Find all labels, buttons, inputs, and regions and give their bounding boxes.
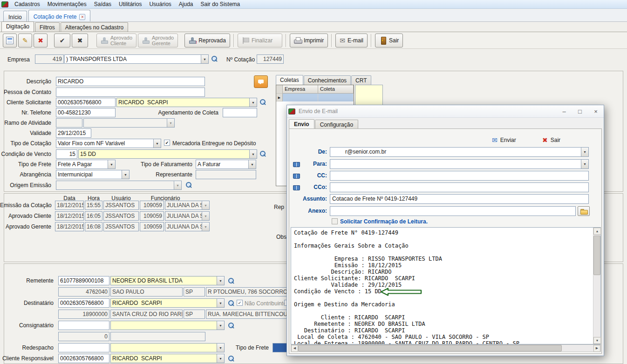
- cc-field[interactable]: [330, 171, 589, 181]
- finalizar-button[interactable]: Finalizar: [238, 34, 282, 47]
- emissao-data-field[interactable]: 18/12/2015: [55, 201, 84, 210]
- cancel-button[interactable]: ✖: [72, 34, 88, 47]
- col-header-empresa[interactable]: Empresa: [283, 85, 318, 94]
- email-button[interactable]: ✉ E-mail: [335, 34, 368, 47]
- scroll-left-icon[interactable]: ◀: [291, 345, 298, 352]
- vertical-scrollbar[interactable]: ▲ ▼: [593, 228, 600, 344]
- cliente-solicitante-code-field[interactable]: 00026305766800: [56, 98, 116, 107]
- aprovado-gerente-func-combo[interactable]: JULIANA DA SILVA S ▼: [165, 222, 210, 231]
- scrollbar-thumb[interactable]: [298, 345, 562, 351]
- grid-cell[interactable]: [318, 94, 354, 101]
- chevron-down-icon[interactable]: ▼: [108, 160, 115, 169]
- minimize-icon[interactable]: –: [556, 105, 572, 117]
- enviar-button[interactable]: ✉ Enviar: [492, 135, 516, 145]
- chevron-down-icon[interactable]: ▼: [122, 170, 129, 179]
- scrollbar-thumb[interactable]: [593, 236, 600, 275]
- chevron-down-icon[interactable]: ▼: [248, 160, 256, 169]
- aprovado-cliente-data-field[interactable]: 18/12/2015: [55, 211, 84, 221]
- aprovado-cliente-button[interactable]: AprovadoCliente: [96, 34, 136, 47]
- cotacao-numero-field[interactable]: 127449: [257, 54, 284, 64]
- imprimir-button[interactable]: Imprimir: [290, 34, 328, 47]
- maximize-icon[interactable]: □: [572, 105, 588, 117]
- email-body-area[interactable]: Cotação de Frete N° 0419-127449 Informaç…: [291, 227, 601, 344]
- pessoa-contato-field[interactable]: [56, 88, 205, 97]
- destinatario-uf-field[interactable]: SP: [184, 310, 205, 319]
- destinatario-combo[interactable]: RICARDO SCARPI ▼: [110, 298, 225, 308]
- chevron-down-icon[interactable]: ▼: [202, 201, 209, 209]
- menu-cadastros[interactable]: Cadastros: [11, 0, 44, 8]
- dialog-sair-button[interactable]: ✖ Sair: [542, 135, 560, 145]
- chevron-down-icon[interactable]: ▼: [581, 160, 588, 169]
- condicao-vencto-combo[interactable]: 15 DD ▼: [78, 149, 257, 159]
- nr-telefone-field[interactable]: 00-45821230: [56, 108, 116, 117]
- cliente-responsavel-combo[interactable]: RICARDO SCARPI ▼: [110, 354, 225, 363]
- row-selector-icon[interactable]: ▶: [276, 94, 283, 101]
- aprovado-gerente-func-code-field[interactable]: 109059: [140, 222, 164, 231]
- tab-inicio[interactable]: Início: [3, 11, 27, 21]
- col-header-coleta[interactable]: Coleta: [318, 85, 354, 94]
- menu-ajuda[interactable]: Ajuda: [175, 0, 197, 8]
- condicao-vencto-code-field[interactable]: 15: [56, 149, 77, 159]
- subtab-digitacao[interactable]: Digitação: [1, 21, 34, 32]
- tipo-cotacao-combo[interactable]: Valor Fixo com NF Variável ▼: [56, 139, 161, 148]
- redespacho-code-field[interactable]: [58, 343, 109, 352]
- remetente-search-icon[interactable]: [228, 277, 235, 284]
- ramo-code-field[interactable]: [56, 118, 82, 128]
- aprovado-gerente-hora-field[interactable]: 16:08: [85, 222, 102, 231]
- aprovado-cliente-hora-field[interactable]: 16:05: [85, 211, 102, 221]
- scroll-down-icon[interactable]: ▼: [593, 337, 601, 344]
- delete-button[interactable]: ✖: [34, 34, 48, 47]
- grid-cell[interactable]: [283, 94, 318, 101]
- aprovado-cliente-func-combo[interactable]: JULIANA DA SILVA S ▼: [165, 211, 210, 221]
- tab-crt[interactable]: CRT: [351, 75, 371, 85]
- sair-button[interactable]: Sair: [375, 34, 403, 47]
- aprovado-gerente-button[interactable]: AprovadoGerente: [138, 34, 178, 47]
- attach-file-button[interactable]: [578, 206, 590, 216]
- chevron-down-icon[interactable]: ▼: [217, 321, 224, 330]
- ramo-combo[interactable]: ▼: [83, 118, 175, 128]
- subtab-alteracoes[interactable]: Alterações no Cadastro: [61, 22, 128, 32]
- remetente-code-field[interactable]: 61077889000108: [58, 276, 109, 285]
- descricao-field[interactable]: RICARDO: [56, 77, 205, 86]
- consignatario-combo[interactable]: ▼: [110, 321, 225, 330]
- tipo-faturamento-combo[interactable]: A Faturar ▼: [196, 160, 256, 169]
- emissao-hora-field[interactable]: 15:55: [85, 201, 102, 210]
- dialog-title-bar[interactable]: Envio de E-mail – □ ×: [287, 105, 604, 118]
- cliente-responsavel-code-field[interactable]: 00026305766800: [58, 354, 109, 363]
- chevron-down-icon[interactable]: ▼: [202, 222, 209, 231]
- reprovada-button[interactable]: ✖ Reprovada: [184, 34, 230, 47]
- edit-button[interactable]: ✎: [18, 34, 32, 47]
- agendamento-field[interactable]: [223, 108, 257, 117]
- cliente-responsavel-search-icon[interactable]: [228, 355, 235, 362]
- abrangencia-combo[interactable]: Intermunicipal ▼: [56, 170, 129, 179]
- cco-field[interactable]: [330, 182, 589, 192]
- validade-field[interactable]: 29/12/2015: [56, 128, 91, 138]
- close-icon[interactable]: ×: [588, 105, 604, 117]
- cliente-solicitante-combo[interactable]: RICARDO SCARPI ▼: [116, 98, 257, 107]
- mercadoria-deposito-checkbox[interactable]: ✔: [164, 140, 170, 146]
- quote-message-button[interactable]: [254, 75, 268, 88]
- remetente-combo[interactable]: NEOREX DO BRASIL LTDA ▼: [110, 276, 225, 285]
- aprovado-gerente-data-field[interactable]: 18/12/2015: [55, 222, 84, 231]
- chevron-down-icon[interactable]: ▼: [249, 150, 257, 158]
- menu-sair-do-sistema[interactable]: Sair do Sistema: [197, 0, 244, 8]
- tab-cotacao-de-frete[interactable]: Cotação de Frete ×: [28, 10, 91, 21]
- remetente-cep-field[interactable]: 4762040: [58, 287, 109, 297]
- origem-emissao-search-icon[interactable]: [185, 182, 192, 189]
- chevron-down-icon[interactable]: ▼: [581, 148, 588, 156]
- scroll-up-icon[interactable]: ▲: [593, 228, 601, 235]
- menu-usuarios[interactable]: Usuários: [145, 0, 175, 8]
- consignatario-search-icon[interactable]: [228, 322, 235, 329]
- remetente-uf-field[interactable]: SP: [184, 287, 205, 297]
- assunto-field[interactable]: Cotacao de Frete Nº 0419-127449: [330, 194, 589, 204]
- nao-contribuinte-checkbox[interactable]: ✔: [237, 300, 243, 306]
- tipo-frete-combo[interactable]: Frete A Pagar ▼: [56, 160, 116, 169]
- horizontal-scrollbar[interactable]: ◀ ▶: [291, 344, 601, 352]
- destinatario-cep-field[interactable]: 18900000: [58, 310, 109, 319]
- aprovado-gerente-usuario-field[interactable]: JSSANTOS: [103, 222, 139, 231]
- destinatario-cidade-field[interactable]: SANTA CRUZ DO RIO PARDO: [110, 310, 183, 319]
- empresa-code-field[interactable]: 419: [35, 54, 64, 64]
- remetente-cidade-field[interactable]: SAO PAULO: [110, 287, 183, 297]
- confirm-button[interactable]: ✔: [54, 34, 70, 47]
- chevron-down-icon[interactable]: ▼: [167, 119, 174, 127]
